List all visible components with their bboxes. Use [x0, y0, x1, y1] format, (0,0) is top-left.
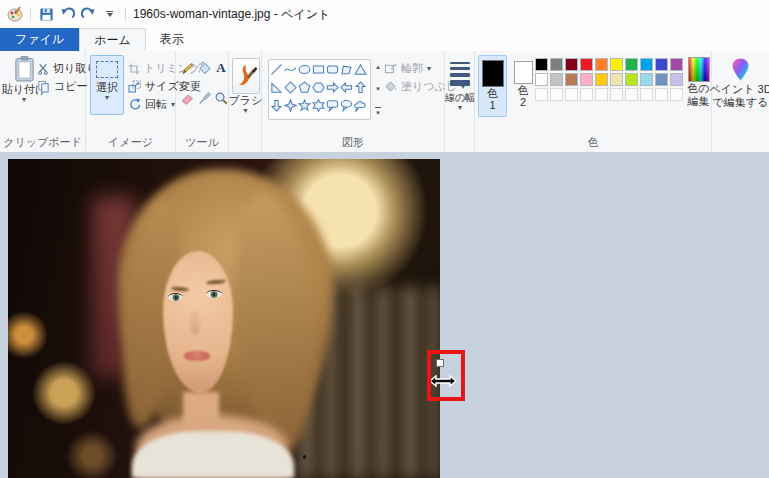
eraser-tool-button[interactable]	[179, 90, 195, 106]
palette-swatch[interactable]	[595, 58, 608, 71]
palette-swatch[interactable]	[655, 58, 668, 71]
shape-polygon[interactable]	[340, 61, 353, 78]
fill-bucket-icon	[197, 61, 212, 76]
save-button[interactable]	[38, 6, 55, 23]
shape-arrow-left[interactable]	[340, 79, 353, 96]
shape-right-triangle[interactable]	[270, 79, 283, 96]
palette-swatch-empty[interactable]	[625, 88, 638, 101]
palette-swatch-empty[interactable]	[595, 88, 608, 101]
dropdown-icon: ▾	[171, 101, 175, 109]
palette-swatch-empty[interactable]	[550, 88, 563, 101]
palette-swatch[interactable]	[640, 73, 653, 86]
image-group-label: イメージ	[86, 135, 175, 150]
copy-button[interactable]: コピー	[37, 79, 88, 94]
annotation-highlight-box	[427, 350, 465, 401]
color1-label-bottom: 1	[489, 99, 495, 111]
shape-arrow-up[interactable]	[354, 79, 367, 96]
shapes-scroll-up-icon[interactable]: ▴	[373, 59, 384, 73]
palette-swatch[interactable]	[550, 73, 563, 86]
group-line-width: 線の幅 ▾	[445, 51, 475, 152]
shape-triangle[interactable]	[354, 61, 367, 78]
rotate-button[interactable]: 回転 ▾	[128, 97, 175, 112]
redo-button[interactable]	[80, 6, 97, 23]
select-button[interactable]: 選択 ▾	[90, 55, 124, 115]
palette-swatch[interactable]	[625, 58, 638, 71]
tab-view[interactable]: 表示	[146, 28, 198, 51]
shape-line[interactable]	[270, 61, 283, 78]
tab-file[interactable]: ファイル	[0, 28, 79, 51]
shape-oval-callout[interactable]	[340, 97, 353, 114]
shapes-scrollbar: ▴ ▾ ▾	[372, 59, 384, 118]
group-brushes: ブラシ ▾	[229, 51, 262, 152]
palette-swatch[interactable]	[565, 58, 578, 71]
color1-button[interactable]: 色 1	[478, 55, 507, 117]
shape-cloud-callout[interactable]	[354, 97, 367, 114]
palette-swatch[interactable]	[535, 58, 548, 71]
shape-five-point-star[interactable]	[298, 97, 311, 114]
color-picker-tool-button[interactable]	[196, 90, 212, 106]
palette-swatch[interactable]	[535, 73, 548, 86]
shape-outline-button[interactable]: 輪郭 ▾	[384, 61, 431, 76]
palette-swatch[interactable]	[550, 58, 563, 71]
shape-pentagon[interactable]	[298, 79, 311, 96]
shapes-scroll-down-icon[interactable]: ▾	[373, 82, 384, 96]
fill-tool-button[interactable]	[196, 60, 212, 76]
palette-swatch-empty[interactable]	[670, 88, 683, 101]
palette-swatch[interactable]	[580, 58, 593, 71]
pencil-tool-button[interactable]	[179, 60, 195, 76]
palette-swatch[interactable]	[670, 58, 683, 71]
shapes-gallery-expand-icon[interactable]: ▾	[373, 104, 384, 118]
tab-home[interactable]: ホーム	[79, 28, 146, 51]
palette-swatch-empty[interactable]	[610, 88, 623, 101]
palette-swatch-empty[interactable]	[640, 88, 653, 101]
palette-swatch[interactable]	[580, 73, 593, 86]
rotate-icon	[128, 98, 141, 111]
photo-eye-left	[168, 293, 183, 301]
shape-ellipse[interactable]	[298, 61, 311, 78]
palette-swatch-empty[interactable]	[565, 88, 578, 101]
palette-swatch-empty[interactable]	[655, 88, 668, 101]
palette-swatch[interactable]	[670, 73, 683, 86]
shape-rectangle[interactable]	[312, 61, 325, 78]
palette-swatch-empty[interactable]	[535, 88, 548, 101]
palette-swatch[interactable]	[625, 73, 638, 86]
edit-colors-button[interactable]: 色の 編集	[686, 57, 711, 108]
shape-arrow-down[interactable]	[270, 97, 283, 114]
brushes-label-wrap[interactable]: ブラシ ▾	[229, 94, 262, 115]
brushes-button[interactable]	[232, 58, 260, 94]
shape-diamond[interactable]	[284, 79, 297, 96]
customize-quick-access-toolbar-icon[interactable]	[101, 6, 118, 23]
palette-swatch[interactable]	[610, 58, 623, 71]
photo-lips	[184, 351, 210, 361]
palette-swatch-empty[interactable]	[580, 88, 593, 101]
paint3d-label-1: ペイント 3D	[709, 83, 769, 96]
line-width-button[interactable]: 線の幅 ▾	[442, 91, 478, 112]
palette-swatch[interactable]	[595, 73, 608, 86]
palette-swatch[interactable]	[655, 73, 668, 86]
edit-colors-icon	[688, 57, 710, 82]
canvas-image[interactable]	[8, 159, 440, 478]
shape-four-point-star[interactable]	[284, 97, 297, 114]
line-width-icon	[450, 62, 470, 86]
ribbon-tab-bar: ファイル ホーム 表示	[0, 28, 769, 52]
palette-swatch[interactable]	[640, 58, 653, 71]
color2-swatch	[514, 61, 533, 84]
text-tool-button[interactable]: A	[213, 60, 229, 76]
color2-button[interactable]: 色 2	[510, 55, 536, 117]
shape-six-point-star[interactable]	[312, 97, 325, 114]
photo-nose	[190, 309, 200, 335]
undo-button[interactable]	[59, 6, 76, 23]
shape-rounded-rectangle[interactable]	[326, 61, 339, 78]
copy-icon	[37, 80, 50, 93]
palette-swatch[interactable]	[610, 73, 623, 86]
palette-swatch[interactable]	[565, 73, 578, 86]
shape-curve[interactable]	[284, 61, 297, 78]
canvas-workspace[interactable]	[0, 152, 769, 478]
shape-arrow-right[interactable]	[326, 79, 339, 96]
magnifier-tool-button[interactable]	[213, 90, 229, 106]
palette-row-1	[535, 58, 683, 71]
shapes-group-label: 図形	[262, 135, 444, 150]
edit-with-paint3d-button[interactable]: ペイント 3D で編集する	[716, 56, 765, 109]
shape-hexagon[interactable]	[312, 79, 325, 96]
shape-rounded-callout[interactable]	[326, 97, 339, 114]
